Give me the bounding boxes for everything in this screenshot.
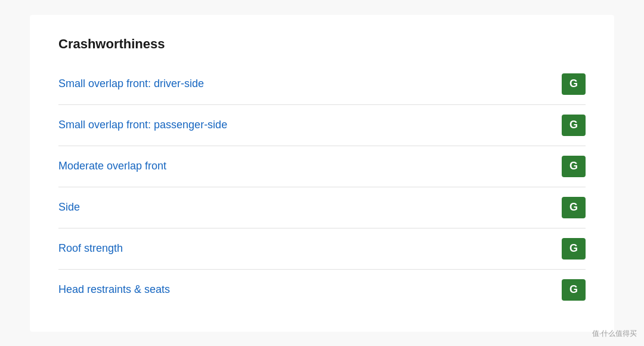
section-title: Crashworthiness bbox=[58, 36, 586, 52]
rating-row: Head restraints & seatsG bbox=[58, 270, 586, 310]
crashworthiness-card: Crashworthiness Small overlap front: dri… bbox=[30, 15, 614, 332]
rating-badge: G bbox=[562, 115, 586, 136]
rating-badge: G bbox=[562, 279, 586, 301]
rating-label[interactable]: Roof strength bbox=[58, 242, 123, 255]
rating-row: Small overlap front: passenger-sideG bbox=[58, 105, 586, 146]
rating-badge: G bbox=[562, 73, 586, 95]
rating-label[interactable]: Small overlap front: driver-side bbox=[58, 78, 204, 90]
rating-label[interactable]: Moderate overlap front bbox=[58, 160, 166, 172]
rating-label[interactable]: Side bbox=[58, 201, 80, 214]
rating-badge: G bbox=[562, 156, 586, 177]
rating-row: Roof strengthG bbox=[58, 228, 586, 270]
rating-badge: G bbox=[562, 238, 586, 260]
rating-badge: G bbox=[562, 197, 586, 218]
rating-row: SideG bbox=[58, 187, 586, 228]
rating-label[interactable]: Small overlap front: passenger-side bbox=[58, 119, 227, 131]
watermark: 值·什么值得买 bbox=[592, 329, 637, 339]
rating-list: Small overlap front: driver-sideGSmall o… bbox=[58, 64, 586, 310]
rating-label[interactable]: Head restraints & seats bbox=[58, 283, 170, 296]
rating-row: Small overlap front: driver-sideG bbox=[58, 64, 586, 105]
rating-row: Moderate overlap frontG bbox=[58, 146, 586, 187]
